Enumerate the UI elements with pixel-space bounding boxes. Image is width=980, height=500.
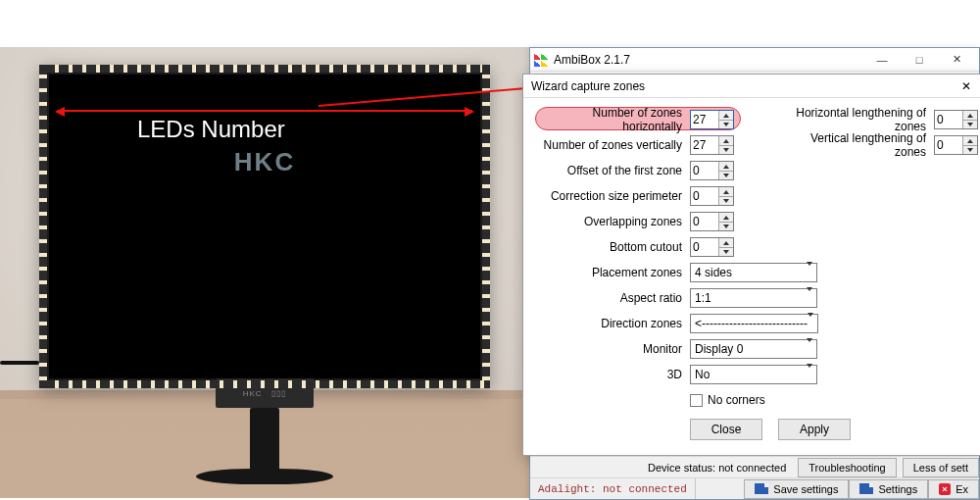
label-offset: Offset of the first zone xyxy=(533,164,690,177)
spinner-zones-h[interactable] xyxy=(690,110,734,129)
label-monitor: Monitor xyxy=(533,342,690,356)
dialog-apply-btn[interactable]: Apply xyxy=(778,419,851,440)
select-monitor-value: Display 0 xyxy=(695,342,743,356)
monitor-back-label: HKC ▯▯▯ xyxy=(216,378,314,408)
monitor-brand: HKC xyxy=(49,147,480,177)
input-overlap[interactable] xyxy=(691,213,718,230)
input-zones-v[interactable] xyxy=(691,136,718,154)
spin-down-icon[interactable] xyxy=(719,196,733,205)
spinner-corr[interactable] xyxy=(690,186,734,206)
spin-up-icon[interactable] xyxy=(719,136,733,145)
label-vlen: Vertical lengthening of zones xyxy=(777,131,934,159)
select-3d[interactable]: No xyxy=(690,365,817,384)
spin-down-icon[interactable] xyxy=(963,145,977,154)
spinner-offset[interactable] xyxy=(690,161,734,180)
dialog-close-btn[interactable]: Close xyxy=(690,419,762,440)
spinner-overlap[interactable] xyxy=(690,212,734,231)
app-window: AmbiBox 2.1.7 — □ ✕ Wizard capture zones… xyxy=(529,47,980,500)
label-hlen: Horizontal lengthening of zones xyxy=(777,106,934,133)
settings-button[interactable]: Settings xyxy=(849,479,928,499)
select-direction-value: <--------------------------- xyxy=(695,317,808,330)
spin-up-icon[interactable] xyxy=(719,111,733,120)
label-direction: Direction zones xyxy=(533,317,690,330)
spinner-cutout[interactable] xyxy=(690,237,734,257)
spin-down-icon[interactable] xyxy=(963,120,977,128)
label-corr: Correction size perimeter xyxy=(533,189,690,203)
spin-down-icon[interactable] xyxy=(719,247,733,256)
spin-down-icon[interactable] xyxy=(719,171,733,179)
select-3d-value: No xyxy=(695,368,710,381)
adalight-status: Adalight: not connected xyxy=(530,478,696,499)
maximize-button[interactable]: □ xyxy=(901,49,938,71)
chevron-down-icon xyxy=(807,266,812,279)
spinner-vlen[interactable] xyxy=(934,135,978,155)
input-vlen[interactable] xyxy=(935,136,962,154)
less-settings-button[interactable]: Less of sett xyxy=(903,458,979,477)
device-status: Device status: not connected xyxy=(648,462,792,474)
monitor-stand xyxy=(250,408,279,476)
select-direction[interactable]: <--------------------------- xyxy=(690,314,818,333)
label-aspect: Aspect ratio xyxy=(533,291,690,305)
label-zones-h: Number of zones horizontally xyxy=(533,106,690,133)
spin-up-icon[interactable] xyxy=(719,213,733,222)
select-aspect[interactable]: 1:1 xyxy=(690,288,817,308)
spin-up-icon[interactable] xyxy=(719,238,733,247)
led-strip-left xyxy=(39,65,47,388)
spinner-zones-v[interactable] xyxy=(690,135,734,155)
input-offset[interactable] xyxy=(691,162,718,179)
monitor: HKC HKC ▯▯▯ xyxy=(39,65,490,388)
checkbox-icon[interactable] xyxy=(690,394,703,407)
label-overlap: Overlapping zones xyxy=(533,215,690,228)
spinner-hlen[interactable] xyxy=(934,110,978,129)
exit-label: Ex xyxy=(956,483,968,495)
width-arrow xyxy=(57,110,472,112)
label-placement: Placement zones xyxy=(533,266,690,279)
label-cutout: Bottom cutout xyxy=(533,240,690,254)
input-zones-h[interactable] xyxy=(691,111,718,128)
spin-up-icon[interactable] xyxy=(963,111,977,120)
select-placement[interactable]: 4 sides xyxy=(690,263,817,282)
titlebar[interactable]: AmbiBox 2.1.7 — □ ✕ xyxy=(530,48,979,72)
chevron-down-icon xyxy=(807,291,812,305)
disk-icon xyxy=(859,483,873,494)
dialog-title: Wizard capture zones xyxy=(531,79,645,93)
spin-up-icon[interactable] xyxy=(719,162,733,171)
input-hlen[interactable] xyxy=(935,111,962,128)
label-nocorners: No corners xyxy=(708,393,765,407)
select-placement-value: 4 sides xyxy=(695,266,732,279)
wizard-dialog: Wizard capture zones ✕ Number of zones h… xyxy=(522,74,980,456)
cable xyxy=(0,361,39,365)
led-strip-right xyxy=(482,65,490,388)
exit-icon xyxy=(939,483,951,495)
select-aspect-value: 1:1 xyxy=(695,291,711,305)
select-monitor[interactable]: Display 0 xyxy=(690,339,817,359)
close-window-button[interactable]: ✕ xyxy=(938,49,975,71)
statusbar: Device status: not connected Troubleshoo… xyxy=(530,456,979,477)
spin-down-icon[interactable] xyxy=(719,120,733,128)
chevron-down-icon xyxy=(807,368,812,381)
save-settings-label: Save settings xyxy=(773,483,838,495)
dialog-titlebar[interactable]: Wizard capture zones ✕ xyxy=(523,75,980,98)
dialog-close-button[interactable]: ✕ xyxy=(953,76,980,96)
disk-icon xyxy=(755,483,768,494)
spin-down-icon[interactable] xyxy=(719,145,733,154)
minimize-button[interactable]: — xyxy=(863,49,901,71)
spin-down-icon[interactable] xyxy=(719,222,733,230)
app-icon xyxy=(534,53,548,67)
troubleshooting-button[interactable]: Troubleshooting xyxy=(798,458,896,477)
app-title: AmbiBox 2.1.7 xyxy=(554,53,858,67)
label-3d: 3D xyxy=(533,368,690,381)
settings-label: Settings xyxy=(878,483,917,495)
input-corr[interactable] xyxy=(691,187,718,205)
spin-up-icon[interactable] xyxy=(963,136,977,145)
spin-up-icon[interactable] xyxy=(719,187,733,196)
chevron-down-icon xyxy=(808,317,813,330)
exit-button[interactable]: Ex xyxy=(928,479,979,499)
label-zones-v: Number of zones vertically xyxy=(533,138,690,152)
annotation-leds-number: LEDs Number xyxy=(137,116,285,143)
bottom-bar: Adalight: not connected Save settings Se… xyxy=(530,477,979,499)
checkbox-nocorners[interactable]: No corners xyxy=(690,393,765,407)
save-settings-button[interactable]: Save settings xyxy=(744,479,849,499)
chevron-down-icon xyxy=(807,342,812,356)
input-cutout[interactable] xyxy=(691,238,718,256)
